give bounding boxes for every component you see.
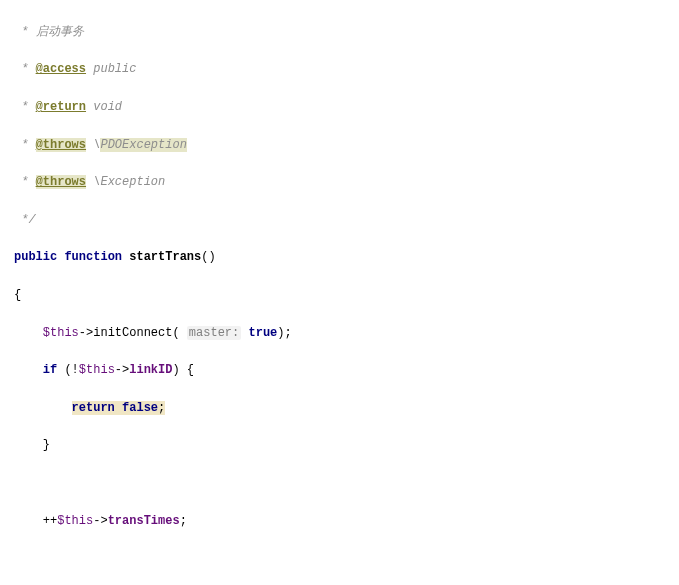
code-line [14,474,679,493]
code-line: if (!$this->linkID) { [14,361,679,380]
code-line: } [14,436,679,455]
code-line: return false; [14,399,679,418]
code-line: $this->initConnect( master: true); [14,324,679,343]
code-line: * 启动事务 [14,23,679,42]
code-line: { [14,286,679,305]
code-block: * 启动事务 * @access public * @return void *… [0,0,679,585]
code-line: * @throws \PDOException [14,136,679,155]
code-line: * @throws \Exception [14,173,679,192]
code-line: public function startTrans() [14,248,679,267]
code-line: * @return void [14,98,679,117]
code-line: * @access public [14,60,679,79]
inline-hint: master: [187,326,241,340]
code-line [14,549,679,568]
code-line: */ [14,211,679,230]
code-line: ++$this->transTimes; [14,512,679,531]
